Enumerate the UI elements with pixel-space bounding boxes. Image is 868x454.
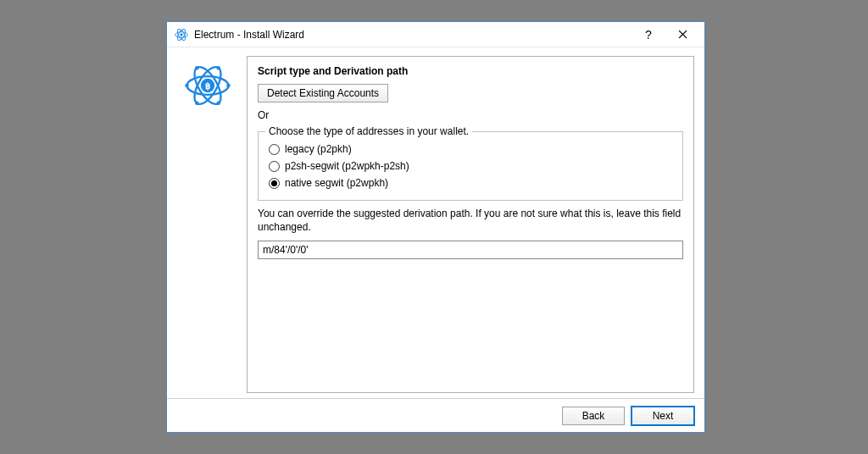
svg-point-12: [226, 84, 231, 88]
help-button[interactable]: ?: [632, 23, 665, 47]
titlebar: Electrum - Install Wizard ?: [167, 22, 704, 47]
radio-legacy[interactable]: legacy (p2pkh): [269, 141, 672, 158]
fieldset-legend: Choose the type of addresses in your wal…: [265, 125, 472, 137]
electrum-app-icon: [174, 27, 189, 42]
radio-icon-selected: [269, 178, 280, 189]
logo-column: ฿: [177, 56, 238, 393]
address-type-fieldset: Choose the type of addresses in your wal…: [258, 131, 683, 201]
radio-icon: [269, 161, 280, 172]
radio-p2sh-segwit[interactable]: p2sh-segwit (p2wpkh-p2sh): [269, 158, 672, 174]
radio-label: legacy (p2pkh): [285, 143, 352, 155]
section-heading: Script type and Derivation path: [258, 65, 683, 77]
svg-point-11: [185, 84, 189, 88]
close-button[interactable]: [665, 23, 699, 47]
svg-point-3: [180, 33, 182, 36]
detect-existing-accounts-button[interactable]: Detect Existing Accounts: [258, 84, 388, 102]
electrum-logo-icon: ฿: [183, 61, 232, 393]
svg-text:฿: ฿: [205, 81, 210, 91]
derivation-path-input[interactable]: [258, 241, 683, 259]
footer: Back Next: [167, 398, 704, 432]
svg-point-15: [216, 66, 220, 70]
install-wizard-window: Electrum - Install Wizard ? ฿: [166, 21, 705, 433]
or-label: Or: [258, 109, 683, 121]
radio-label: p2sh-segwit (p2wpkh-p2sh): [285, 160, 409, 172]
next-button[interactable]: Next: [632, 407, 694, 425]
radio-icon: [269, 144, 280, 155]
derivation-path-hint: You can override the suggested derivatio…: [258, 208, 683, 234]
close-icon: [678, 30, 687, 39]
window-title: Electrum - Install Wizard: [194, 29, 632, 41]
radio-label: native segwit (p2wpkh): [285, 177, 388, 189]
svg-point-14: [216, 102, 220, 106]
radio-native-segwit[interactable]: native segwit (p2wpkh): [269, 174, 672, 191]
svg-point-16: [195, 102, 199, 106]
svg-point-13: [195, 66, 199, 70]
content-panel: Script type and Derivation path Detect E…: [247, 56, 694, 393]
back-button[interactable]: Back: [562, 407, 625, 425]
window-body: ฿ Script type and Derivation path Detect…: [167, 47, 704, 398]
